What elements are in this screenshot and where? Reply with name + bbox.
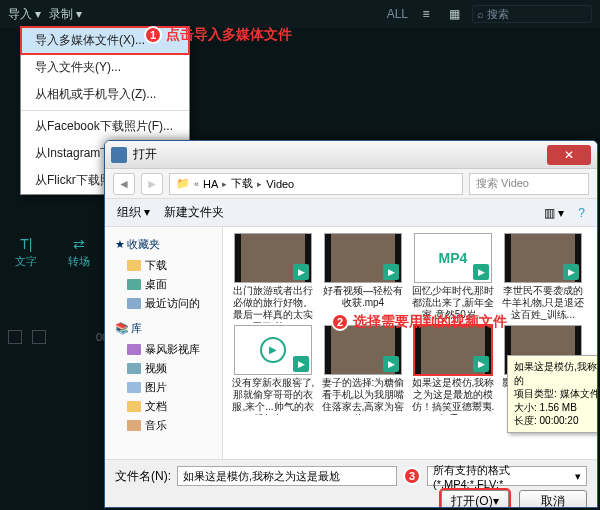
dialog-search-input[interactable]: 搜索 Video (469, 173, 589, 195)
nav-fwd-icon[interactable]: ► (141, 173, 163, 195)
view-options-icon[interactable]: ▥ ▾ (544, 206, 564, 220)
file-caption: 没有穿新衣服窖了,那就偷穿哥哥的衣服,来个...帅气的衣服红包... (229, 377, 317, 415)
dialog-toolbar: 组织 ▾ 新建文件夹 ▥ ▾ ? (105, 199, 597, 227)
sidebar-item[interactable]: 桌面 (109, 275, 218, 294)
play-icon: ▶ (293, 264, 309, 280)
sidebar-item[interactable]: 图片 (109, 378, 218, 397)
sidebar-group-favorites[interactable]: ★ 收藏夹 (115, 237, 212, 252)
breadcrumb[interactable]: 📁 « HA▸ 下载▸ Video (169, 173, 463, 195)
play-icon: ▶ (563, 264, 579, 280)
newfolder-button[interactable]: 新建文件夹 (164, 204, 224, 221)
sidebar-item[interactable]: 最近访问的 (109, 294, 218, 313)
annotation-3: 3 (403, 467, 421, 485)
tab-text[interactable]: T|文字 (0, 230, 53, 275)
folder-icon: 📁 (176, 177, 190, 190)
file-item[interactable]: MP4▶回忆少年时代,那时都流出来了,新年全家,竟然50岁... (409, 233, 497, 323)
tab-transition[interactable]: ⇄转场 (53, 230, 106, 275)
app-topbar: 导入▾ 录制▾ ALL ≡ ▦ ⌕ 搜索 (0, 0, 600, 28)
chevron-down-icon: ▾ (35, 7, 41, 21)
sidebar-item[interactable]: 暴风影视库 (109, 340, 218, 359)
help-icon[interactable]: ? (578, 206, 585, 220)
filetype-filter[interactable]: 所有支持的格式 (*.MP4;*.FLV;* ▾ (427, 466, 587, 486)
sidebar-item[interactable]: 音乐 (109, 416, 218, 435)
menu-import-folder[interactable]: 导入文件夹(Y)... (21, 54, 189, 81)
timeline-track-icon[interactable] (8, 330, 22, 344)
file-caption: 妻子的选择:为糖偷看手机,以为我朋嘴住落家去,高家为窖梅... (319, 377, 407, 415)
import-menu-button[interactable]: 导入▾ (8, 6, 41, 23)
timeline-track-icon[interactable] (32, 330, 46, 344)
file-item[interactable]: ▶好看视频—轻松有收获.mp4 (319, 233, 407, 323)
file-caption: 李世民不要袭成的牛羊礼物,只是退还这百姓_训练... (499, 285, 587, 321)
annotation-2: 2选择需要用到的视频文件 (331, 313, 507, 331)
file-item[interactable]: ▶如果这是模仿,我称之为这是最尬的模仿！搞笑亚德鬻夷.好看... (409, 325, 497, 415)
file-item[interactable]: ▶出门旅游或者出行必做的旅行好物。最后一样真的太实用了,旅... (229, 233, 317, 323)
file-tooltip: 如果这是模仿,我称之为这是最尬的 项目类型: 媒体文件(.mp4) 大小: 1.… (507, 355, 597, 433)
file-caption: 好看视频—轻松有收获.mp4 (319, 285, 407, 309)
menu-facebook[interactable]: 从Facebook下载照片(F)... (21, 113, 189, 140)
file-item[interactable]: ▶妻子的选择:为糖偷看手机,以为我朋嘴住落家去,高家为窖梅... (319, 325, 407, 415)
file-caption: 出门旅游或者出行必做的旅行好物。最后一样真的太实用了,旅... (229, 285, 317, 323)
play-icon: ▶ (473, 356, 489, 372)
file-grid: ▶出门旅游或者出行必做的旅行好物。最后一样真的太实用了,旅...▶好看视频—轻松… (223, 227, 597, 459)
sidebar-item[interactable]: 视频 (109, 359, 218, 378)
dialog-titlebar: 打开 ✕ (105, 141, 597, 169)
menu-import-camera[interactable]: 从相机或手机导入(Z)... (21, 81, 189, 108)
left-tool-tabs: T|文字 ⇄转场 (0, 230, 105, 275)
search-icon: ⌕ (477, 8, 484, 20)
filename-input[interactable]: 如果这是模仿,我称之为这是最尬 (177, 466, 397, 486)
file-caption: 如果这是模仿,我称之为这是最尬的模仿！搞笑亚德鬻夷.好看... (409, 377, 497, 415)
play-icon: ▶ (293, 356, 309, 372)
view-grid-icon[interactable]: ▦ (444, 4, 464, 24)
organize-button[interactable]: 组织 ▾ (117, 204, 150, 221)
sidebar-item[interactable]: 下载 (109, 256, 218, 275)
text-icon: T| (0, 236, 53, 252)
dialog-title: 打开 (133, 146, 157, 163)
sidebar-group-library[interactable]: 📚 库 (115, 321, 212, 336)
dialog-navbar: ◄ ► 📁 « HA▸ 下载▸ Video 搜索 Video (105, 169, 597, 199)
play-icon: ▶ (383, 356, 399, 372)
filename-label: 文件名(N): (115, 468, 171, 485)
play-icon: ▶ (473, 264, 489, 280)
annotation-1: 1点击导入多媒体文件 (144, 26, 292, 44)
dialog-icon (111, 147, 127, 163)
play-icon: ▶ (383, 264, 399, 280)
sidebar-item[interactable]: 文档 (109, 397, 218, 416)
file-item[interactable]: ▶▶没有穿新衣服窖了,那就偷穿哥哥的衣服,来个...帅气的衣服红包... (229, 325, 317, 415)
nav-back-icon[interactable]: ◄ (113, 173, 135, 195)
file-open-dialog: 打开 ✕ ◄ ► 📁 « HA▸ 下载▸ Video 搜索 Video 组织 ▾… (104, 140, 598, 508)
cancel-button[interactable]: 取消 (519, 490, 587, 508)
close-icon[interactable]: ✕ (547, 145, 591, 165)
all-label: ALL (387, 7, 408, 21)
view-list-icon[interactable]: ≡ (416, 4, 436, 24)
chevron-down-icon: ▾ (76, 7, 82, 21)
open-button[interactable]: 打开(O) ▾ (441, 490, 509, 508)
search-input[interactable]: ⌕ 搜索 (472, 5, 592, 23)
dialog-sidebar: ★ 收藏夹 下载 桌面 最近访问的 📚 库 暴风影视库 视频 图片 文档 音乐 (105, 227, 223, 459)
dialog-footer: 文件名(N): 如果这是模仿,我称之为这是最尬 3 所有支持的格式 (*.MP4… (105, 459, 597, 508)
transition-icon: ⇄ (53, 236, 106, 252)
record-menu-button[interactable]: 录制▾ (49, 6, 82, 23)
file-item[interactable]: ▶李世民不要袭成的牛羊礼物,只是退还这百姓_训练... (499, 233, 587, 323)
